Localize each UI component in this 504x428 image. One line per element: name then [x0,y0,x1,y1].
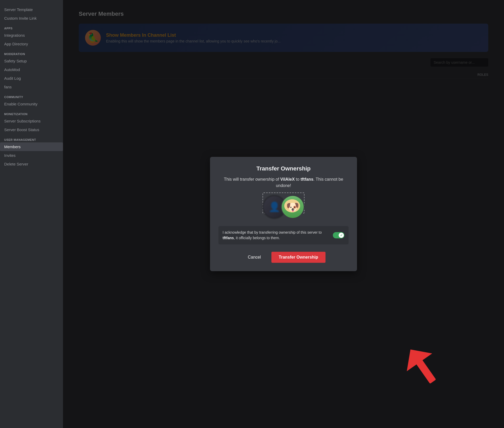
sidebar-item-audit-log[interactable]: Audit Log [0,74,63,83]
ack-text: I acknowledge that by transferring owner… [223,230,329,241]
sidebar-section-apps: APPS [0,23,63,31]
dialog-buttons: Cancel Transfer Ownership [218,252,349,263]
avatars-container: 👤 🐶 [262,195,304,219]
ack-user: tftfans [223,236,234,240]
sidebar-section-monetization: MONETIZATION [0,108,63,117]
ack-suffix: , it officially belongs to them. [234,236,280,240]
sidebar-item-safety-setup[interactable]: Safety Setup [0,57,63,65]
dialog-overlay: Transfer Ownership This will transfer ow… [63,0,504,428]
avatar-from-icon: 👤 [269,201,280,212]
sidebar-item-server-template[interactable]: Server Template [0,5,63,14]
acknowledge-toggle[interactable] [333,232,344,238]
sidebar-item-app-directory[interactable]: App Directory [0,40,63,48]
toggle-knob [339,233,344,238]
transfer-ownership-dialog: Transfer Ownership This will transfer ow… [210,157,357,271]
sidebar-item-server-boost-status[interactable]: Server Boost Status [0,125,63,134]
sidebar-item-custom-invite-link[interactable]: Custom Invite Link [0,14,63,23]
sidebar-item-fans[interactable]: fans [0,83,63,91]
sidebar: Server Template Custom Invite Link APPS … [0,0,63,428]
server-name: VilAleX [280,177,295,181]
sidebar-item-server-subscriptions[interactable]: Server Subscriptions [0,117,63,125]
sidebar-item-invites[interactable]: Invites [0,151,63,160]
body-prefix: This will transfer ownership of [224,177,280,181]
dialog-title: Transfer Ownership [218,165,349,172]
acknowledgment-row: I acknowledge that by transferring owner… [218,226,349,244]
avatar-to-image: 🐶 [282,196,304,218]
sidebar-item-enable-community[interactable]: Enable Community [0,100,63,108]
avatar-area: 👤 🐶 [218,195,349,219]
recipient-name: tftfans [301,177,313,181]
ack-prefix: I acknowledge that by transferring owner… [223,230,322,234]
avatar-to: 🐶 [281,195,304,219]
sidebar-section-user-management: USER MANAGEMENT [0,134,63,142]
main-content: Server Members Show Members In Channel L… [63,0,504,428]
sidebar-section-community: COMMUNITY [0,91,63,100]
sidebar-item-automod[interactable]: AutoMod [0,65,63,74]
app-container: Server Template Custom Invite Link APPS … [0,0,504,428]
sidebar-section-moderation: MODERATION [0,48,63,57]
dialog-body-text: This will transfer ownership of VilAleX … [218,176,349,189]
transfer-ownership-button[interactable]: Transfer Ownership [271,252,326,263]
cancel-button[interactable]: Cancel [242,252,267,263]
sidebar-item-integrations[interactable]: Integrations [0,31,63,40]
sidebar-item-delete-server[interactable]: Delete Server [0,160,63,168]
sidebar-item-members[interactable]: Members [0,142,63,151]
body-middle: to [295,177,301,181]
